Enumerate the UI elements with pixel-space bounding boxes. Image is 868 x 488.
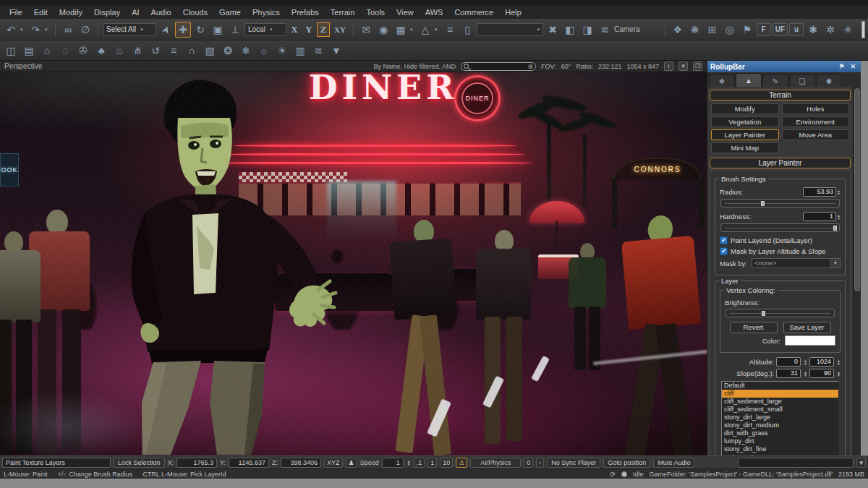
- scrollbar-thumb[interactable]: [854, 88, 860, 291]
- holes-button[interactable]: Holes: [782, 103, 850, 114]
- layer-list[interactable]: Default cliff cliff_sediment_large cliff…: [721, 381, 839, 455]
- z-coord-input[interactable]: 398.3406: [281, 458, 321, 468]
- edit-mode-field[interactable]: Paint Texture Layers: [2, 458, 111, 468]
- save-icon[interactable]: ▼: [328, 43, 344, 59]
- rollupbar-scrollbar[interactable]: [853, 87, 861, 455]
- axis-x-button[interactable]: X: [288, 22, 301, 37]
- list-item[interactable]: stony_dirt_fine: [722, 445, 838, 453]
- altitude-max-spinner[interactable]: ▲▼: [837, 359, 841, 365]
- menu-commerce[interactable]: Commerce: [449, 7, 498, 17]
- slope-max-spinner[interactable]: ▲▼: [837, 371, 841, 377]
- substance-icon[interactable]: ❋: [687, 22, 703, 38]
- viewport-label[interactable]: Perspective: [4, 62, 42, 70]
- mask-by-dropdown-icon[interactable]: ▾: [830, 259, 840, 267]
- radius-spinner[interactable]: ▲▼: [837, 189, 841, 195]
- physics-step-counter[interactable]: 0: [524, 458, 533, 468]
- panel-pin-icon[interactable]: ⚑: [836, 63, 846, 70]
- mini-map-button[interactable]: Mini Map: [711, 142, 779, 153]
- camera-toolbar-label[interactable]: Camera: [614, 25, 640, 33]
- mute-audio-button[interactable]: Mute Audio: [653, 458, 694, 468]
- layer-list-icon[interactable]: ≡: [166, 43, 182, 59]
- cinema-icon[interactable]: ❂: [220, 43, 236, 59]
- menu-help[interactable]: Help: [500, 7, 527, 17]
- menu-file[interactable]: File: [4, 7, 27, 17]
- altitude-max-input[interactable]: 1024: [809, 357, 834, 367]
- find-icon[interactable]: ◌: [57, 43, 73, 59]
- radius-slider[interactable]: [720, 199, 840, 207]
- selection-mask-dropdown[interactable]: Select All▾: [103, 23, 156, 36]
- flowgraph-button[interactable]: F: [757, 23, 771, 36]
- viewport-search-input[interactable]: ⊗: [461, 62, 536, 71]
- console-line-field[interactable]: [738, 458, 854, 468]
- x-coord-input[interactable]: 1765.3: [176, 458, 217, 468]
- menu-terrain[interactable]: Terrain: [326, 7, 360, 17]
- ui-flowgraph-button[interactable]: UF: [773, 23, 788, 36]
- tab-layers[interactable]: ✱: [816, 74, 842, 87]
- viewport-close-button[interactable]: ✕: [678, 61, 688, 71]
- move-tool-icon[interactable]: ✚: [175, 22, 191, 38]
- speed-preset-01-button[interactable]: .1: [414, 458, 425, 468]
- viewport-filter-options[interactable]: By Name, Hide filtered, AND: [374, 63, 456, 70]
- speed-input[interactable]: 1: [382, 458, 404, 468]
- perspective-viewport[interactable]: DINER DINER OOK CONNORS: [0, 72, 707, 455]
- angle-snap-dropdown-icon[interactable]: ▾: [435, 27, 441, 33]
- trackview-icon[interactable]: ↺: [148, 43, 163, 59]
- material-editor-icon[interactable]: ♨: [111, 43, 127, 59]
- list-item[interactable]: cliff_sediment_small: [722, 406, 838, 414]
- vegetation-button[interactable]: Vegetation: [711, 116, 779, 127]
- scale-tool-icon[interactable]: ▣: [210, 22, 226, 38]
- move-area-button[interactable]: Move Area: [782, 129, 850, 140]
- pin-tool-icon[interactable]: ⚑: [739, 22, 755, 38]
- tab-display[interactable]: ❑: [789, 74, 815, 87]
- rotate-tool-icon[interactable]: ↻: [192, 22, 208, 38]
- menu-modify[interactable]: Modify: [54, 7, 88, 17]
- hardness-slider[interactable]: [720, 223, 840, 232]
- undo-icon[interactable]: ↶: [3, 22, 19, 38]
- panel-close-icon[interactable]: ✕: [848, 63, 858, 70]
- menu-tools[interactable]: Tools: [361, 7, 390, 17]
- audio-controls-icon[interactable]: ∩: [184, 43, 200, 59]
- slope-min-input[interactable]: 31: [776, 369, 801, 378]
- deselect-object-icon[interactable]: ◨: [579, 22, 595, 38]
- unlink-icon[interactable]: ∅: [77, 22, 93, 38]
- ruler-icon[interactable]: ▯: [459, 22, 475, 38]
- gear-icon[interactable]: ✱: [805, 22, 821, 38]
- search-clear-icon[interactable]: ⊗: [528, 63, 534, 70]
- snap-terrain-icon[interactable]: ⊥: [227, 22, 243, 38]
- resolution-value[interactable]: 1054 x 847: [626, 63, 659, 70]
- list-item[interactable]: stony_dirt_medium: [722, 421, 838, 429]
- menu-clouds[interactable]: Clouds: [178, 7, 213, 17]
- lighting-icon[interactable]: ☀: [274, 43, 290, 59]
- menu-edit[interactable]: Edit: [29, 7, 53, 17]
- gear-icon[interactable]: ✳: [840, 22, 856, 38]
- undo-dropdown-icon[interactable]: ▾: [20, 27, 26, 33]
- menu-physics[interactable]: Physics: [247, 7, 285, 17]
- radius-input[interactable]: 53.93: [803, 187, 836, 197]
- reference-coord-dropdown[interactable]: Local▾: [244, 23, 286, 36]
- layer-painter-rollup-header[interactable]: Layer Painter: [710, 158, 851, 168]
- vegetation-editor-icon[interactable]: ♣: [93, 43, 109, 59]
- mask-by-dropdown[interactable]: <none> ▾: [752, 258, 841, 268]
- viewport-info-button[interactable]: i: [664, 61, 673, 71]
- slope-max-input[interactable]: 90: [809, 369, 834, 378]
- no-sync-player-button[interactable]: No Sync Player: [547, 458, 600, 468]
- orbit-tool-icon[interactable]: ◎: [722, 22, 738, 38]
- menu-game[interactable]: Game: [214, 7, 246, 17]
- tab-terrain[interactable]: ▲: [736, 73, 762, 87]
- terrain-editor-icon[interactable]: ≋: [310, 43, 326, 59]
- selection-name-dropdown[interactable]: ▾: [477, 23, 543, 36]
- goto-position-button[interactable]: Goto position: [603, 458, 650, 468]
- list-item[interactable]: Default: [722, 382, 838, 390]
- redo-dropdown-icon[interactable]: ▾: [45, 27, 51, 33]
- hardness-spinner[interactable]: ▲▼: [837, 214, 841, 220]
- speed-spinner[interactable]: ▲▼: [407, 460, 411, 466]
- layer-stack-icon[interactable]: ≋: [597, 22, 613, 38]
- layer-painter-button[interactable]: Layer Painter: [711, 129, 779, 140]
- modify-button[interactable]: Modify: [711, 103, 779, 114]
- angle-snap-icon[interactable]: △: [417, 22, 433, 38]
- menu-display[interactable]: Display: [89, 7, 125, 17]
- grid-snap-dropdown-icon[interactable]: ▾: [410, 27, 416, 33]
- database-view-icon[interactable]: ▤: [21, 43, 37, 59]
- ratio-value[interactable]: 232:121: [598, 63, 622, 70]
- gear-icon[interactable]: ✲: [822, 22, 838, 38]
